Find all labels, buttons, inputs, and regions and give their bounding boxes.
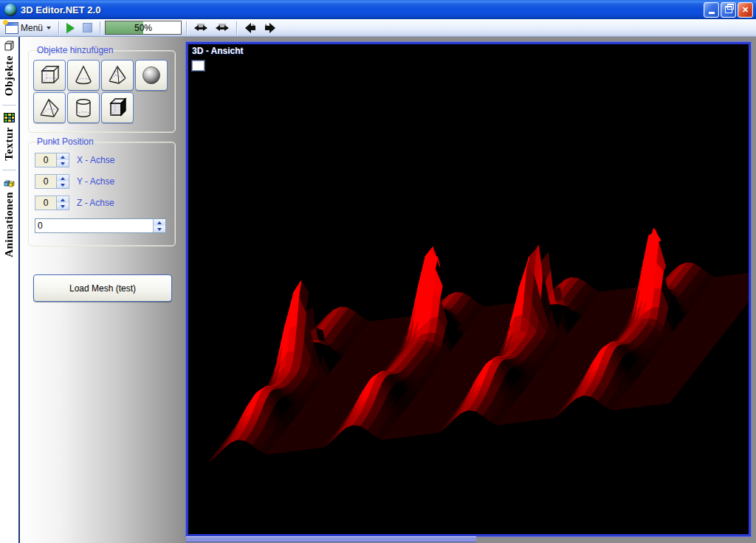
texture-grid-icon xyxy=(3,111,16,124)
down-arrow-icon xyxy=(61,162,65,165)
tetrahedron-icon xyxy=(38,96,61,120)
tab-objekte[interactable]: Objekte xyxy=(3,40,16,96)
cube-solid-icon xyxy=(106,96,129,120)
3d-viewport[interactable] xyxy=(188,58,749,534)
add-pyramid-button[interactable] xyxy=(101,60,134,91)
pyramid-icon xyxy=(106,63,129,87)
minimize-icon xyxy=(709,12,715,14)
x-axis-value[interactable]: 0 xyxy=(35,153,56,167)
x-axis-down-button[interactable] xyxy=(57,160,69,167)
add-tetrahedron-button[interactable] xyxy=(33,92,66,123)
thick-arrow-left-icon xyxy=(244,23,256,33)
double-arrow-left-icon xyxy=(194,23,207,33)
viewport-corner-box[interactable] xyxy=(192,60,205,71)
cube-outline-icon xyxy=(3,40,16,52)
mesh-canvas[interactable] xyxy=(188,58,749,534)
y-axis-label: Y - Achse xyxy=(77,176,114,187)
value-spinner[interactable]: 0 xyxy=(35,218,166,233)
double-arrow-right-icon xyxy=(216,23,229,33)
load-mesh-label: Load Mesh (test) xyxy=(69,283,136,294)
close-icon: ✕ xyxy=(742,5,749,15)
restore-button[interactable] xyxy=(721,2,736,18)
z-axis-spinner[interactable]: 0 xyxy=(35,196,69,210)
add-cylinder-button[interactable] xyxy=(67,92,100,123)
tab-separator xyxy=(2,105,16,106)
progress-bar: 50% xyxy=(105,21,182,35)
3d-view-window: 3D - Ansicht xyxy=(186,42,751,536)
y-axis-down-button[interactable] xyxy=(57,181,69,188)
x-axis-label: X - Achse xyxy=(77,155,114,165)
stop-icon xyxy=(83,23,92,32)
down-arrow-icon xyxy=(61,205,65,208)
mdi-area: 3D - Ansicht xyxy=(185,37,756,543)
tab-objekte-label: Objekte xyxy=(3,55,16,96)
toolbar: Menü 50% xyxy=(0,19,756,37)
add-sphere-button[interactable] xyxy=(135,60,168,91)
side-tabstrip: Objekte Textur xyxy=(0,37,20,543)
window-frame-fragment xyxy=(186,536,476,542)
toolbar-separator xyxy=(100,21,100,35)
x-axis-up-button[interactable] xyxy=(57,153,69,160)
up-arrow-icon xyxy=(61,177,65,180)
y-axis-up-button[interactable] xyxy=(57,175,69,181)
add-objects-group: Objekte hinzufügen xyxy=(28,50,176,133)
menu-button[interactable]: Menü xyxy=(2,20,54,36)
cube-wireframe-icon xyxy=(38,63,61,87)
close-button[interactable]: ✕ xyxy=(738,2,753,18)
x-axis-spinner[interactable]: 0 xyxy=(35,153,69,167)
toolbar-separator xyxy=(236,21,237,35)
tab-animationen-label: Animationen xyxy=(3,192,16,257)
app-window: 3D Editor.NET 2.0 ✕ Menü 50% xyxy=(0,0,756,543)
z-axis-up-button[interactable] xyxy=(57,196,69,203)
tab-animationen[interactable]: Animationen xyxy=(3,176,16,257)
point-position-group: Punkt Position 0 X - Achse 0 xyxy=(28,142,176,246)
progress-label: 50% xyxy=(106,21,181,34)
chevron-down-icon xyxy=(47,27,51,30)
window-title: 3D Editor.NET 2.0 xyxy=(21,4,704,15)
z-axis-value[interactable]: 0 xyxy=(35,196,56,210)
value-down-button[interactable] xyxy=(154,226,165,232)
tab-textur-label: Textur xyxy=(3,127,16,161)
spread-arrow-right-button[interactable] xyxy=(213,20,232,36)
add-cube-button[interactable] xyxy=(33,60,66,91)
y-axis-spinner[interactable]: 0 xyxy=(35,174,69,189)
play-icon xyxy=(66,23,75,33)
tab-textur[interactable]: Textur xyxy=(3,111,16,161)
up-arrow-icon xyxy=(61,198,65,201)
objects-panel: Objekte hinzufügen xyxy=(20,37,185,543)
up-arrow-icon xyxy=(61,156,65,159)
titlebar: 3D Editor.NET 2.0 ✕ xyxy=(0,0,756,19)
spread-arrow-left-button[interactable] xyxy=(191,20,210,36)
toolbar-separator xyxy=(186,21,187,35)
y-axis-value[interactable]: 0 xyxy=(35,175,56,188)
toolbar-separator xyxy=(58,21,59,35)
menu-label: Menü xyxy=(21,23,43,33)
value-spinner-value[interactable]: 0 xyxy=(35,219,153,232)
load-mesh-button[interactable]: Load Mesh (test) xyxy=(33,274,172,302)
minimize-button[interactable] xyxy=(704,2,719,18)
value-up-button[interactable] xyxy=(154,219,165,226)
sphere-icon xyxy=(140,63,163,87)
add-cone-button[interactable] xyxy=(67,60,100,91)
z-axis-label: Z - Achse xyxy=(77,198,114,208)
main-area: Objekte Textur xyxy=(0,37,756,543)
cone-icon xyxy=(72,63,95,87)
animated-cubes-icon xyxy=(3,176,16,189)
3d-view-titlebar[interactable]: 3D - Ansicht xyxy=(188,44,749,58)
z-axis-down-button[interactable] xyxy=(57,203,69,210)
add-solid-cube-button[interactable] xyxy=(101,92,134,123)
add-objects-title: Objekte hinzufügen xyxy=(35,45,115,55)
arrow-left-button[interactable] xyxy=(241,20,259,36)
thick-arrow-right-icon xyxy=(264,23,276,33)
down-arrow-icon xyxy=(157,228,162,231)
tab-separator xyxy=(2,170,16,170)
cylinder-icon xyxy=(72,96,95,120)
restore-icon xyxy=(725,6,732,13)
play-button[interactable] xyxy=(63,20,78,36)
3d-view-title: 3D - Ansicht xyxy=(192,46,244,56)
app-globe-icon xyxy=(4,4,17,16)
arrow-right-button[interactable] xyxy=(261,20,279,36)
down-arrow-icon xyxy=(61,184,65,187)
form-icon xyxy=(5,22,18,34)
stop-button[interactable] xyxy=(80,20,95,36)
